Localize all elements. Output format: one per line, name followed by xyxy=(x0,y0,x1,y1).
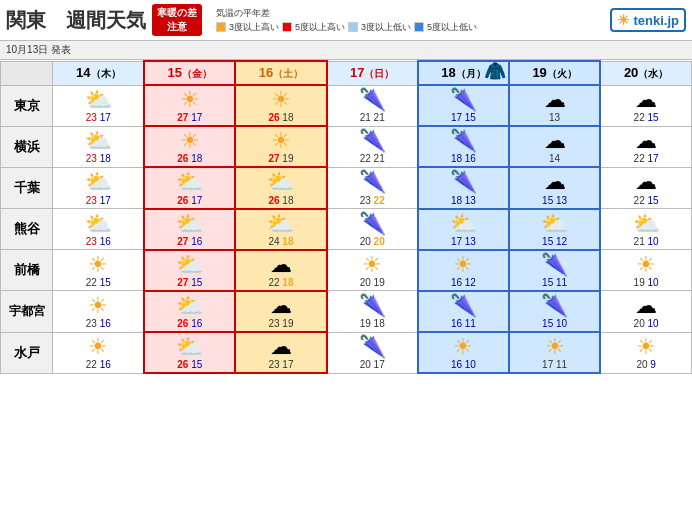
city-row-utsunomiya: 宇都宮 ☀ 23 16 ⛅ 26 16 ☁ 23 19 🌂 19 18 xyxy=(1,291,692,332)
forecast-kumagaya-15: ⛅ 27 16 xyxy=(144,209,235,250)
date-header-row: 14（木） 15（金） 16（土） 17（日） 🧥 18（月） xyxy=(1,61,692,85)
forecast-chiba-16: ⛅ 26 18 xyxy=(235,167,326,208)
city-maebashi: 前橋 xyxy=(1,250,53,291)
tenki-logo: ☀tenki.jp xyxy=(610,8,686,32)
issue-date-row: 10月13日 発表 xyxy=(0,41,692,60)
forecast-yokohama-14: ⛅ 23 18 xyxy=(53,126,144,167)
forecast-kumagaya-19: ⛅ 15 12 xyxy=(509,209,600,250)
forecast-tokyo-15: ☀ 27 17 xyxy=(144,85,235,126)
warning-badge: 寒暖の差注意 xyxy=(152,4,202,36)
city-row-maebashi: 前橋 ☀ 22 15 ⛅ 27 15 ☁ 22 18 ☀ 20 19 xyxy=(1,250,692,291)
forecast-mito-18: ☀ 16 10 xyxy=(418,332,509,373)
city-kumagaya: 熊谷 xyxy=(1,209,53,250)
forecast-kumagaya-16: ⛅ 24 18 xyxy=(235,209,326,250)
date-16: 16（土） xyxy=(235,61,326,85)
forecast-tokyo-19: ☁ 13 xyxy=(509,85,600,126)
forecast-kumagaya-17: 🌂 20 20 xyxy=(327,209,418,250)
forecast-yokohama-15: ☀ 26 18 xyxy=(144,126,235,167)
forecast-tokyo-20: ☁ 22 15 xyxy=(600,85,691,126)
weather-table: 14（木） 15（金） 16（土） 17（日） 🧥 18（月） xyxy=(0,60,692,374)
forecast-utsunomiya-14: ☀ 23 16 xyxy=(53,291,144,332)
forecast-utsunomiya-15: ⛅ 26 16 xyxy=(144,291,235,332)
forecast-tokyo-17: 🌂 21 21 xyxy=(327,85,418,126)
forecast-yokohama-17: 🌂 22 21 xyxy=(327,126,418,167)
date-15: 15（金） xyxy=(144,61,235,85)
forecast-mito-14: ☀ 22 16 xyxy=(53,332,144,373)
forecast-maebashi-18: ☀ 16 12 xyxy=(418,250,509,291)
forecast-maebashi-17: ☀ 20 19 xyxy=(327,250,418,291)
empty-header xyxy=(1,61,53,85)
date-14: 14（木） xyxy=(53,61,144,85)
forecast-mito-16: ☁ 23 17 xyxy=(235,332,326,373)
forecast-chiba-20: ☁ 22 15 xyxy=(600,167,691,208)
forecast-mito-20: ☀ 20 9 xyxy=(600,332,691,373)
city-row-tokyo: 東京 ⛅ 23 17 ☀ 27 17 ☀ 26 18 🌂 xyxy=(1,85,692,126)
forecast-tokyo-14: ⛅ 23 17 xyxy=(53,85,144,126)
forecast-maebashi-14: ☀ 22 15 xyxy=(53,250,144,291)
forecast-yokohama-18: 🌂 18 16 xyxy=(418,126,509,167)
forecast-chiba-18: 🌂 18 13 xyxy=(418,167,509,208)
forecast-maebashi-15: ⛅ 27 15 xyxy=(144,250,235,291)
forecast-utsunomiya-18: 🌂 16 11 xyxy=(418,291,509,332)
city-mito: 水戸 xyxy=(1,332,53,373)
forecast-maebashi-20: ☀ 19 10 xyxy=(600,250,691,291)
city-row-yokohama: 横浜 ⛅ 23 18 ☀ 26 18 ☀ 27 19 🌂 22 21 xyxy=(1,126,692,167)
city-yokohama: 横浜 xyxy=(1,126,53,167)
date-20: 20（水） xyxy=(600,61,691,85)
forecast-kumagaya-18: ⛅ 17 13 xyxy=(418,209,509,250)
city-tokyo: 東京 xyxy=(1,85,53,126)
forecast-utsunomiya-16: ☁ 23 19 xyxy=(235,291,326,332)
forecast-maebashi-19: 🌂 15 11 xyxy=(509,250,600,291)
forecast-yokohama-20: ☁ 22 17 xyxy=(600,126,691,167)
forecast-kumagaya-20: ⛅ 21 10 xyxy=(600,209,691,250)
forecast-mito-15: ⛅ 26 15 xyxy=(144,332,235,373)
forecast-utsunomiya-17: 🌂 19 18 xyxy=(327,291,418,332)
forecast-yokohama-19: ☁ 14 xyxy=(509,126,600,167)
forecast-yokohama-16: ☀ 27 19 xyxy=(235,126,326,167)
forecast-utsunomiya-19: 🌂 15 10 xyxy=(509,291,600,332)
legend-area: 気温の平年差 3度以上高い 5度以上高い 3度以上低い 5度以上低い xyxy=(216,7,477,34)
forecast-tokyo-18: 🌂 17 15 xyxy=(418,85,509,126)
city-utsunomiya: 宇都宮 xyxy=(1,291,53,332)
forecast-maebashi-16: ☁ 22 18 xyxy=(235,250,326,291)
forecast-mito-19: ☀ 17 11 xyxy=(509,332,600,373)
city-row-chiba: 千葉 ⛅ 23 17 ⛅ 26 17 ⛅ 26 18 🌂 23 22 xyxy=(1,167,692,208)
date-18: 🧥 18（月） xyxy=(418,61,509,85)
forecast-chiba-15: ⛅ 26 17 xyxy=(144,167,235,208)
date-19: 19（火） xyxy=(509,61,600,85)
forecast-kumagaya-14: ⛅ 23 16 xyxy=(53,209,144,250)
city-row-kumagaya: 熊谷 ⛅ 23 16 ⛅ 27 16 ⛅ 24 18 🌂 20 20 xyxy=(1,209,692,250)
forecast-mito-17: 🌂 20 17 xyxy=(327,332,418,373)
region-title: 関東 週間天気 xyxy=(6,7,146,34)
forecast-utsunomiya-20: ☁ 20 10 xyxy=(600,291,691,332)
forecast-chiba-19: ☁ 15 13 xyxy=(509,167,600,208)
city-chiba: 千葉 xyxy=(1,167,53,208)
forecast-tokyo-16: ☀ 26 18 xyxy=(235,85,326,126)
forecast-chiba-14: ⛅ 23 17 xyxy=(53,167,144,208)
city-row-mito: 水戸 ☀ 22 16 ⛅ 26 15 ☁ 23 17 🌂 20 17 xyxy=(1,332,692,373)
main-container: 関東 週間天気 寒暖の差注意 気温の平年差 3度以上高い 5度以上高い 3度以上… xyxy=(0,0,692,374)
forecast-chiba-17: 🌂 23 22 xyxy=(327,167,418,208)
date-17: 17（日） xyxy=(327,61,418,85)
